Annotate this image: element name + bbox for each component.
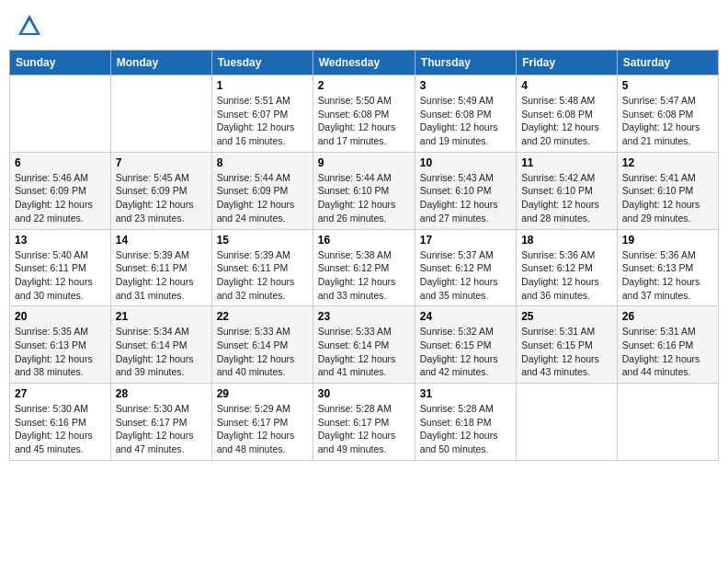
calendar-day-header: Friday: [517, 51, 618, 75]
logo: [17, 13, 44, 39]
calendar-cell: 11Sunrise: 5:42 AM Sunset: 6:10 PM Dayli…: [517, 152, 618, 229]
day-detail: Sunrise: 5:36 AM Sunset: 6:12 PM Dayligh…: [521, 248, 612, 303]
calendar-cell: [110, 75, 211, 153]
day-number: 31: [420, 387, 511, 400]
calendar-day-header: Saturday: [617, 51, 718, 75]
day-number: 3: [420, 79, 511, 92]
day-detail: Sunrise: 5:36 AM Sunset: 6:13 PM Dayligh…: [622, 248, 713, 303]
day-number: 6: [15, 156, 106, 169]
day-detail: Sunrise: 5:30 AM Sunset: 6:17 PM Dayligh…: [116, 402, 207, 456]
day-detail: Sunrise: 5:31 AM Sunset: 6:15 PM Dayligh…: [521, 325, 612, 379]
calendar-cell: 16Sunrise: 5:38 AM Sunset: 6:12 PM Dayli…: [313, 229, 415, 306]
calendar-cell: 4Sunrise: 5:48 AM Sunset: 6:08 PM Daylig…: [517, 75, 618, 153]
day-number: 7: [116, 156, 207, 169]
day-detail: Sunrise: 5:37 AM Sunset: 6:12 PM Dayligh…: [420, 248, 511, 303]
day-number: 27: [15, 387, 106, 400]
calendar-cell: 24Sunrise: 5:32 AM Sunset: 6:15 PM Dayli…: [415, 306, 516, 384]
calendar-cell: 25Sunrise: 5:31 AM Sunset: 6:15 PM Dayli…: [517, 306, 618, 384]
day-number: 2: [318, 79, 410, 92]
day-number: 30: [318, 387, 410, 400]
calendar-cell: 21Sunrise: 5:34 AM Sunset: 6:14 PM Dayli…: [110, 306, 211, 384]
day-number: 18: [521, 234, 612, 247]
day-number: 19: [622, 234, 713, 247]
calendar-cell: 6Sunrise: 5:46 AM Sunset: 6:09 PM Daylig…: [10, 152, 111, 229]
day-detail: Sunrise: 5:39 AM Sunset: 6:11 PM Dayligh…: [217, 248, 308, 303]
day-detail: Sunrise: 5:34 AM Sunset: 6:14 PM Dayligh…: [116, 325, 207, 379]
day-detail: Sunrise: 5:38 AM Sunset: 6:12 PM Dayligh…: [318, 248, 410, 303]
calendar-cell: 27Sunrise: 5:30 AM Sunset: 6:16 PM Dayli…: [10, 384, 111, 461]
day-detail: Sunrise: 5:31 AM Sunset: 6:16 PM Dayligh…: [622, 325, 713, 379]
calendar-cell: 20Sunrise: 5:35 AM Sunset: 6:13 PM Dayli…: [10, 306, 111, 384]
calendar-cell: 13Sunrise: 5:40 AM Sunset: 6:11 PM Dayli…: [10, 229, 111, 306]
day-detail: Sunrise: 5:51 AM Sunset: 6:07 PM Dayligh…: [217, 94, 308, 148]
day-number: 5: [622, 79, 713, 92]
day-number: 21: [116, 310, 207, 323]
day-detail: Sunrise: 5:45 AM Sunset: 6:09 PM Dayligh…: [116, 171, 207, 225]
calendar-cell: 28Sunrise: 5:30 AM Sunset: 6:17 PM Dayli…: [110, 384, 211, 461]
day-number: 15: [217, 234, 308, 247]
day-detail: Sunrise: 5:33 AM Sunset: 6:14 PM Dayligh…: [318, 325, 410, 379]
logo-icon: [17, 13, 42, 39]
day-detail: Sunrise: 5:41 AM Sunset: 6:10 PM Dayligh…: [622, 171, 713, 225]
day-number: 26: [622, 310, 713, 323]
calendar-cell: [517, 384, 618, 461]
calendar-day-header: Monday: [110, 51, 211, 75]
day-detail: Sunrise: 5:32 AM Sunset: 6:15 PM Dayligh…: [420, 325, 511, 379]
calendar-cell: 17Sunrise: 5:37 AM Sunset: 6:12 PM Dayli…: [415, 229, 516, 306]
calendar-day-header: Sunday: [10, 51, 111, 75]
day-number: 14: [116, 234, 207, 247]
day-detail: Sunrise: 5:49 AM Sunset: 6:08 PM Dayligh…: [420, 94, 511, 148]
calendar-cell: [617, 384, 718, 461]
calendar-cell: 18Sunrise: 5:36 AM Sunset: 6:12 PM Dayli…: [517, 229, 618, 306]
calendar-cell: 15Sunrise: 5:39 AM Sunset: 6:11 PM Dayli…: [211, 229, 313, 306]
calendar-cell: 22Sunrise: 5:33 AM Sunset: 6:14 PM Dayli…: [211, 306, 313, 384]
calendar-week-row: 27Sunrise: 5:30 AM Sunset: 6:16 PM Dayli…: [10, 384, 719, 461]
day-number: 8: [217, 156, 308, 169]
calendar-week-row: 6Sunrise: 5:46 AM Sunset: 6:09 PM Daylig…: [10, 152, 719, 229]
calendar-cell: 7Sunrise: 5:45 AM Sunset: 6:09 PM Daylig…: [110, 152, 211, 229]
day-detail: Sunrise: 5:44 AM Sunset: 6:09 PM Dayligh…: [217, 171, 308, 225]
calendar-cell: 3Sunrise: 5:49 AM Sunset: 6:08 PM Daylig…: [415, 75, 516, 153]
calendar-cell: 2Sunrise: 5:50 AM Sunset: 6:08 PM Daylig…: [313, 75, 415, 153]
page-header: [9, 9, 719, 42]
calendar-cell: 19Sunrise: 5:36 AM Sunset: 6:13 PM Dayli…: [617, 229, 718, 306]
calendar-cell: 30Sunrise: 5:28 AM Sunset: 6:17 PM Dayli…: [313, 384, 415, 461]
day-detail: Sunrise: 5:50 AM Sunset: 6:08 PM Dayligh…: [318, 94, 410, 148]
day-number: 12: [622, 156, 713, 169]
day-detail: Sunrise: 5:43 AM Sunset: 6:10 PM Dayligh…: [420, 171, 511, 225]
calendar-table: SundayMondayTuesdayWednesdayThursdayFrid…: [9, 50, 719, 461]
day-number: 25: [521, 310, 612, 323]
calendar-week-row: 1Sunrise: 5:51 AM Sunset: 6:07 PM Daylig…: [10, 75, 719, 153]
calendar-header-row: SundayMondayTuesdayWednesdayThursdayFrid…: [10, 51, 719, 75]
calendar-day-header: Wednesday: [313, 51, 415, 75]
calendar-cell: 8Sunrise: 5:44 AM Sunset: 6:09 PM Daylig…: [211, 152, 313, 229]
calendar-week-row: 20Sunrise: 5:35 AM Sunset: 6:13 PM Dayli…: [10, 306, 719, 384]
day-number: 20: [15, 310, 106, 323]
day-detail: Sunrise: 5:39 AM Sunset: 6:11 PM Dayligh…: [116, 248, 207, 303]
day-number: 1: [217, 79, 308, 92]
calendar-cell: 10Sunrise: 5:43 AM Sunset: 6:10 PM Dayli…: [415, 152, 516, 229]
day-number: 10: [420, 156, 511, 169]
day-detail: Sunrise: 5:35 AM Sunset: 6:13 PM Dayligh…: [15, 325, 106, 379]
day-detail: Sunrise: 5:48 AM Sunset: 6:08 PM Dayligh…: [521, 94, 612, 148]
day-number: 22: [217, 310, 308, 323]
day-detail: Sunrise: 5:29 AM Sunset: 6:17 PM Dayligh…: [217, 402, 308, 456]
day-detail: Sunrise: 5:30 AM Sunset: 6:16 PM Dayligh…: [15, 402, 106, 456]
day-number: 23: [318, 310, 410, 323]
calendar-cell: 9Sunrise: 5:44 AM Sunset: 6:10 PM Daylig…: [313, 152, 415, 229]
day-detail: Sunrise: 5:44 AM Sunset: 6:10 PM Dayligh…: [318, 171, 410, 225]
day-number: 24: [420, 310, 511, 323]
day-number: 13: [15, 234, 106, 247]
day-detail: Sunrise: 5:28 AM Sunset: 6:18 PM Dayligh…: [420, 402, 511, 456]
calendar-cell: 5Sunrise: 5:47 AM Sunset: 6:08 PM Daylig…: [617, 75, 718, 153]
day-detail: Sunrise: 5:28 AM Sunset: 6:17 PM Dayligh…: [318, 402, 410, 456]
calendar-week-row: 13Sunrise: 5:40 AM Sunset: 6:11 PM Dayli…: [10, 229, 719, 306]
day-detail: Sunrise: 5:46 AM Sunset: 6:09 PM Dayligh…: [15, 171, 106, 225]
calendar-day-header: Tuesday: [211, 51, 313, 75]
calendar-cell: 12Sunrise: 5:41 AM Sunset: 6:10 PM Dayli…: [617, 152, 718, 229]
calendar-cell: 23Sunrise: 5:33 AM Sunset: 6:14 PM Dayli…: [313, 306, 415, 384]
day-number: 29: [217, 387, 308, 400]
day-detail: Sunrise: 5:42 AM Sunset: 6:10 PM Dayligh…: [521, 171, 612, 225]
day-detail: Sunrise: 5:33 AM Sunset: 6:14 PM Dayligh…: [217, 325, 308, 379]
day-number: 16: [318, 234, 410, 247]
